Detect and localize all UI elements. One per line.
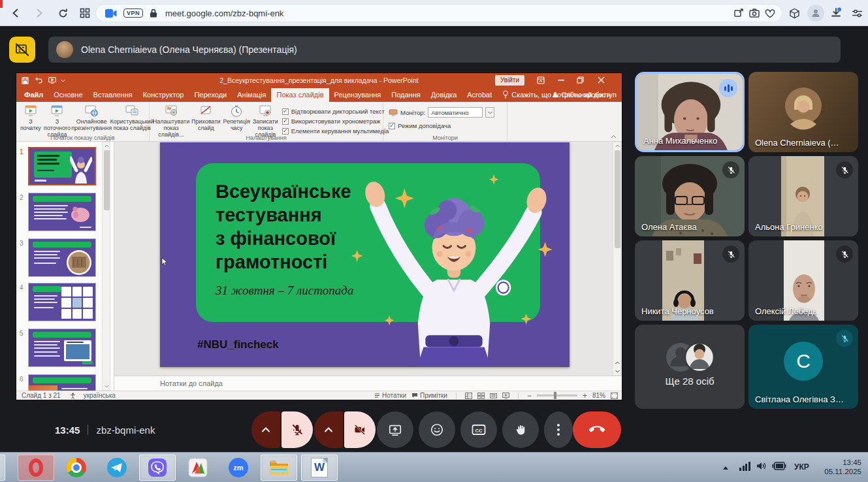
checkbox-use-timings[interactable]: ✓Використовувати хронометраж (282, 116, 389, 126)
reading-view-icon[interactable] (490, 393, 497, 399)
mic-muted-button[interactable] (281, 411, 313, 448)
zoom-in-button[interactable]: + (583, 391, 587, 400)
keyboard-language-indicator[interactable]: УКР (794, 462, 809, 472)
monitor-dropdown[interactable]: Автоматично (428, 107, 483, 118)
participant-tile-nikita[interactable]: Никита Черноусов (635, 240, 745, 321)
collapse-ribbon-icon[interactable] (611, 135, 617, 138)
downloads-icon[interactable] (828, 5, 844, 21)
slideshow-view-icon[interactable] (502, 393, 509, 399)
captions-button[interactable]: CC (460, 411, 497, 448)
sidebar-cube-icon[interactable] (786, 5, 802, 21)
taskbar-viber[interactable] (139, 455, 176, 481)
zoom-slider-handle[interactable] (554, 392, 556, 399)
thumbnail-scrollbar[interactable] (102, 142, 110, 391)
tab-home[interactable]: Основне (48, 88, 88, 102)
presenter-banner[interactable]: Olena Cherniaieva (Олена Черняєва) (През… (48, 37, 841, 63)
address-bar[interactable]: VPN meet.google.com/zbz-bqmi-enk (95, 4, 782, 22)
participant-tile-olena-a[interactable]: Олена Атаєва (635, 156, 745, 236)
previous-slide-button[interactable] (615, 361, 620, 364)
minimize-button[interactable] (558, 80, 564, 81)
fit-to-window-icon[interactable] (611, 393, 618, 399)
participant-tile-svitlana[interactable]: C Світлана Олегівна З… (748, 325, 858, 409)
tab-review[interactable]: Рецензування (329, 88, 387, 102)
participant-tile-oleksii[interactable]: Олексій Лебедь (748, 240, 858, 321)
close-button[interactable] (598, 76, 605, 84)
slide-thumbnail-3[interactable] (28, 238, 96, 277)
tab-file[interactable]: Файл (19, 88, 48, 102)
reload-button[interactable] (55, 5, 71, 21)
taskbar-zoom[interactable]: zm (220, 455, 257, 481)
slide-thumbnail-1[interactable] (28, 147, 96, 185)
back-button[interactable] (8, 5, 24, 21)
tab-acrobat[interactable]: Acrobat (462, 88, 497, 102)
zoom-slider[interactable] (537, 394, 577, 396)
taskbar-word[interactable]: W (301, 455, 338, 481)
pin-board-icon[interactable] (731, 5, 747, 21)
tray-hidden-icons-arrow[interactable] (722, 466, 729, 470)
slide-thumbnail-6[interactable] (28, 374, 96, 391)
more-options-button[interactable] (544, 411, 573, 448)
tab-help[interactable]: Довідка (426, 88, 462, 102)
battery-icon[interactable] (772, 462, 786, 470)
comments-toggle[interactable]: Примітки (411, 392, 447, 399)
slide-area-scrollbar[interactable] (613, 142, 621, 376)
monitor-dropdown-arrow[interactable] (485, 107, 494, 118)
custom-slideshow-button[interactable]: Користувацький показ слайдів (111, 104, 153, 133)
share-button[interactable]: Спільний доступ (552, 91, 617, 99)
camera-control[interactable] (314, 411, 376, 448)
volume-icon[interactable] (756, 461, 767, 471)
tab-slideshow-active[interactable]: Показ слайдів (271, 88, 329, 102)
speed-dial-icon[interactable] (77, 5, 93, 21)
lock-icon[interactable] (150, 8, 157, 18)
notes-toggle[interactable]: Нотатки (374, 392, 406, 399)
from-beginning-button[interactable]: З початку (19, 104, 42, 133)
slide-canvas[interactable]: Всеукраїнське тестування з фінансової гр… (160, 142, 570, 367)
raise-hand-button[interactable] (502, 411, 539, 448)
tab-animations[interactable]: Анімація (232, 88, 271, 102)
slide-area-scrollbar-thumb[interactable] (615, 150, 620, 248)
forward-button[interactable] (31, 5, 47, 21)
checkbox-play-narrations[interactable]: ✓Відтворювати дикторський текст (282, 106, 389, 116)
tab-view[interactable]: Подання (386, 88, 425, 102)
taskbar-opera[interactable] (18, 455, 54, 481)
network-signal-icon[interactable] (739, 462, 750, 471)
easy-setup-icon[interactable] (849, 5, 865, 21)
slide-thumbnail-5[interactable] (28, 329, 96, 367)
next-slide-button[interactable] (615, 370, 620, 373)
normal-view-icon[interactable] (465, 393, 472, 399)
tab-insert[interactable]: Вставлення (88, 88, 138, 102)
camera-off-button[interactable] (344, 411, 376, 448)
taskbar-partial-button[interactable] (0, 455, 5, 481)
vpn-badge[interactable]: VPN (123, 8, 143, 18)
rehearse-timings-button[interactable]: Репетиція часу (222, 104, 251, 133)
taskbar-file-explorer[interactable] (261, 455, 297, 481)
tab-transitions[interactable]: Переходи (189, 88, 232, 102)
taskbar-telegram[interactable] (99, 455, 135, 481)
url-text[interactable]: meet.google.com/zbz-bqmi-enk (165, 8, 283, 18)
video-popout-icon[interactable] (105, 9, 117, 18)
ribbon-display-options-icon[interactable] (537, 76, 545, 84)
notes-pane[interactable]: Нотатки до слайда (114, 376, 622, 391)
profile-avatar-icon[interactable] (807, 5, 824, 22)
record-slideshow-button[interactable]: Записати показ слайдів (251, 104, 280, 139)
slide-thumbnail-2[interactable] (28, 193, 96, 231)
presentation-paused-button[interactable] (9, 37, 35, 63)
taskbar-media-app[interactable] (180, 455, 216, 481)
present-online-button[interactable]: Онлайнове презентування (72, 104, 111, 133)
participant-tile-olena-ch[interactable]: Olena Cherniaieva (… (748, 72, 858, 152)
heart-favorites-icon[interactable] (762, 5, 778, 21)
zoom-percent[interactable]: 81% (592, 392, 605, 399)
restore-button[interactable] (577, 76, 584, 84)
thumbnail-scrollbar-thumb[interactable] (104, 150, 110, 210)
end-call-button[interactable] (573, 411, 621, 448)
participant-tile-anna[interactable]: Анна Михальченко (635, 72, 745, 152)
hide-slide-button[interactable]: Приховати слайд (190, 104, 222, 133)
camera-options-chevron[interactable] (314, 411, 343, 448)
slide-thumbnail-4[interactable] (28, 283, 96, 321)
reactions-button[interactable] (419, 411, 455, 448)
from-current-slide-button[interactable]: З поточного слайда (42, 104, 72, 139)
snapshot-camera-icon[interactable] (747, 5, 762, 21)
present-screen-button[interactable] (377, 411, 413, 448)
mic-options-chevron[interactable] (251, 411, 280, 448)
overflow-tile[interactable]: Ще 28 осіб (635, 325, 745, 409)
